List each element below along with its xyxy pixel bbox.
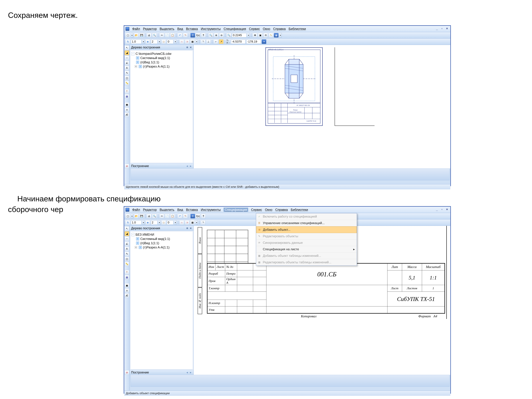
tool-notation[interactable]: ∡ (125, 241, 129, 246)
zoom-field[interactable]: 0.2245 (232, 33, 247, 37)
zoom-fit-button[interactable]: ⊕ (214, 33, 218, 38)
style-dropdown[interactable]: ▾ (174, 39, 177, 44)
ortho-button[interactable]: └ (201, 220, 205, 225)
preview-button[interactable]: 🔍 (152, 33, 157, 38)
tool-edit[interactable]: ✎ (125, 252, 129, 256)
zoom-dropdown[interactable]: ▾ (247, 33, 250, 37)
snap-button[interactable]: ∩ (180, 39, 184, 44)
menu-window[interactable]: Окно (265, 208, 272, 212)
tree-pin-button[interactable]: ¤ (186, 226, 189, 230)
tool-symbol[interactable]: T (125, 89, 129, 94)
preview-button[interactable]: 🔍 (152, 214, 157, 218)
print-button[interactable]: 🖨 (147, 33, 151, 38)
close-button[interactable]: × (445, 208, 449, 211)
tree-root[interactable]: ▫ C:\kompas\РоликСБ.cdw (131, 52, 192, 56)
menu-view[interactable]: Вид (177, 208, 183, 212)
tool-b-dropdown[interactable]: ▾ (279, 33, 282, 37)
new-dropdown[interactable]: ▾ (131, 33, 133, 37)
step-dropdown[interactable]: ▾ (142, 220, 145, 225)
orbit-button[interactable]: ⟲ (263, 33, 268, 38)
tree-item-0[interactable]: t Системный вид(1:1) (131, 56, 192, 60)
tool-text[interactable]: A (125, 66, 129, 70)
snap2-button[interactable]: ⊃ (185, 220, 189, 225)
tool-hatch[interactable]: Æ (125, 113, 129, 117)
style-button[interactable]: ◇ (161, 39, 166, 44)
step-button[interactable]: ⇅ (126, 39, 130, 44)
layer-field[interactable]: 2 (151, 39, 158, 44)
tool-measure[interactable]: 📏 (125, 262, 129, 266)
copy-button[interactable]: 📄 (165, 33, 170, 38)
save-button[interactable]: 💾 (139, 33, 144, 38)
tool-dimensions[interactable]: ↔ (125, 56, 129, 60)
menu-help[interactable]: Справка (273, 27, 286, 31)
step-button[interactable]: ⇅ (126, 220, 130, 225)
zoom-in-button[interactable]: 🔍 (209, 33, 213, 38)
tree-item-2[interactable]: + t (т)Разрез А-А(1:1) (131, 245, 192, 249)
tool-dimensions[interactable]: ↔ (125, 236, 129, 241)
redo-button[interactable]: ↷ (183, 214, 188, 218)
tool-stop[interactable]: ⊘ (125, 164, 129, 168)
tool-params[interactable]: ◫ (125, 257, 129, 261)
menu-view[interactable]: Вид (177, 27, 183, 31)
new-dropdown[interactable]: ▾ (131, 214, 133, 218)
menu-file[interactable]: Файл (132, 208, 140, 212)
lcs2-button[interactable]: ↗ (219, 39, 223, 44)
spec-menu-enable[interactable]: ✓ Включить работу со спецификацией (256, 213, 357, 220)
canvas-area[interactable]: 870.0 x 0; 1.0 0; x (194, 45, 450, 168)
tool-symbol[interactable]: T (125, 270, 129, 274)
minimize-button[interactable]: _ (435, 208, 439, 211)
variables-button[interactable]: f(x) (196, 214, 200, 218)
tree-item-1[interactable]: t (п)Вид 1(1:1) (131, 241, 192, 245)
coord-menu-button[interactable]: ▾ (262, 39, 266, 44)
spec-menu-add-object[interactable]: ⊞ Добавить объект... (256, 226, 357, 233)
new-button[interactable]: ▢ (126, 214, 130, 218)
pan-button[interactable]: ✥ (253, 33, 257, 38)
style-field[interactable]: 0 (167, 220, 173, 225)
close-button[interactable]: × (445, 27, 449, 30)
menu-file[interactable]: Файл (132, 27, 140, 31)
style-button[interactable]: ◇ (161, 220, 166, 225)
tree-close-button[interactable]: × (189, 226, 192, 230)
step-field[interactable]: 1.0 (131, 220, 141, 225)
tree-tab-arrows[interactable]: ◂ ▸ (186, 164, 192, 168)
tool-break[interactable]: ∧ (125, 288, 129, 293)
coord-y-field[interactable]: -178.19 (246, 39, 261, 44)
menu-editor[interactable]: Редактор (143, 208, 157, 212)
spec-menu-edit-objects[interactable]: ✎ Редактировать объекты (256, 233, 357, 240)
paste-button[interactable]: 📋 (170, 33, 175, 38)
menu-libs[interactable]: Библиотеки (289, 27, 306, 31)
grid-button[interactable]: ▦ (190, 220, 195, 225)
menu-service[interactable]: Сервис (251, 208, 262, 212)
cut-button[interactable]: ✂ (160, 33, 164, 38)
tool-view[interactable]: ▣ (125, 102, 129, 107)
zoom-scale-button[interactable]: 🔍 (227, 33, 231, 38)
restore-button[interactable]: ▫ (440, 208, 444, 211)
layer-button[interactable]: ◈ (146, 220, 150, 225)
layer-field[interactable]: 2 (151, 220, 158, 225)
copy-button[interactable]: 📄 (165, 214, 170, 218)
snap-button[interactable]: ∩ (180, 220, 184, 225)
tool-measure[interactable]: 📏 (125, 81, 129, 85)
spec-menu-manage[interactable]: ☰ Управление описаниями спецификаций... (256, 220, 357, 226)
tool-view[interactable]: ▣ (125, 283, 129, 288)
tool-text[interactable]: A (125, 247, 129, 251)
tool-table[interactable]: ▦ (125, 275, 129, 279)
step-field[interactable]: 1.0 (131, 39, 141, 44)
new-button[interactable]: ▢ (126, 33, 130, 38)
tool-cursor[interactable]: ↖ (125, 226, 129, 231)
menu-spec[interactable]: Спецификация (224, 27, 246, 31)
expand-icon[interactable]: + (135, 65, 137, 68)
tool-table[interactable]: ▦ (125, 94, 129, 99)
properties-button[interactable]: ☰ (190, 33, 195, 38)
menu-service[interactable]: Сервис (249, 27, 260, 31)
print-button[interactable]: 🖨 (147, 214, 151, 218)
menu-help[interactable]: Справка (275, 208, 288, 212)
save-button[interactable]: 💾 (139, 214, 144, 218)
menu-insert[interactable]: Вставка (186, 27, 198, 31)
tree-item-0[interactable]: t Системный вид(1:1) (131, 237, 192, 241)
menu-libs[interactable]: Библиотеки (291, 208, 308, 212)
spec-menu-edit-change[interactable]: ▦ Редактировать объекты таблицы изменени… (256, 259, 357, 266)
menu-tools[interactable]: Инструменты (201, 208, 221, 212)
paste-button[interactable]: 📋 (170, 214, 175, 218)
open-button[interactable]: 📂 (134, 214, 139, 218)
